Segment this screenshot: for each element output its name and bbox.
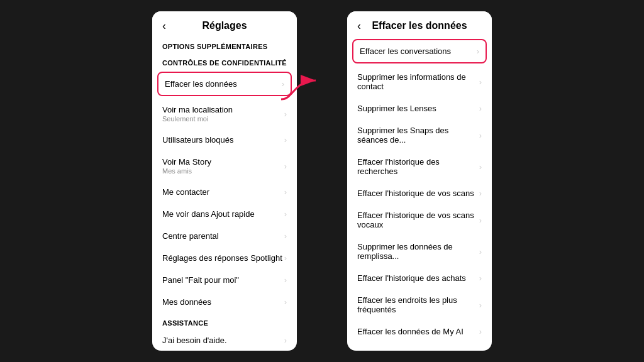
menu-item-left: J'ai besoin d'aide.	[162, 336, 227, 344]
menu-item-left: Supprimer les Lenses	[357, 104, 436, 113]
menu-item-label: Effacer l'historique de vos scans	[357, 189, 474, 198]
menu-item-contacter[interactable]: Me contacter ›	[152, 181, 297, 203]
right-menu-item-scans-vocaux[interactable]: Effacer l'historique de vos scans vocaux…	[347, 204, 492, 236]
menu-item-sublabel: Mes amis	[162, 167, 211, 175]
chevron-icon: ›	[479, 189, 482, 198]
right-menu-item-recherches[interactable]: Effacer l'historique des recherches ›	[347, 151, 492, 182]
right-title: Effacer les données	[372, 20, 467, 31]
menu-item-label: Voir ma localisation	[162, 105, 233, 114]
screens-container: ‹ Réglages OPTIONS SUPPLÉMENTAIRES CONTR…	[152, 11, 492, 351]
chevron-icon: ›	[479, 131, 482, 140]
chevron-icon: ›	[284, 109, 287, 119]
menu-item-label: Voir Ma Story	[162, 157, 211, 167]
menu-item-left: Effacer les endroits les plus fréquentés	[357, 295, 479, 314]
right-menu-item-contact[interactable]: Supprimer les informations de contact ›	[347, 66, 492, 97]
menu-item-label: J'ai besoin d'aide.	[162, 336, 227, 344]
menu-item-bloques[interactable]: Utilisateurs bloqués ›	[152, 129, 297, 151]
menu-item-label: Supprimer les données de remplissa...	[357, 242, 479, 261]
menu-item-label: Effacer l'historique des recherches	[357, 157, 479, 176]
chevron-icon: ›	[284, 187, 287, 197]
menu-item-ajout-rapide[interactable]: Me voir dans Ajout rapide ›	[152, 203, 297, 225]
menu-item-left: Mes données	[162, 297, 211, 307]
chevron-icon: ›	[284, 336, 287, 344]
chevron-icon: ›	[284, 135, 287, 145]
chevron-icon: ›	[284, 275, 287, 285]
menu-item-left: Effacer l'historique de vos scans vocaux	[357, 211, 479, 229]
section-title-options: OPTIONS SUPPLÉMENTAIRES	[152, 36, 297, 53]
left-screen: ‹ Réglages OPTIONS SUPPLÉMENTAIRES CONTR…	[152, 11, 297, 351]
section-title-privacy: CONTRÔLES DE CONFIDENTIALITÉ	[152, 53, 297, 69]
right-menu-item-scans[interactable]: Effacer l'historique de vos scans ›	[347, 182, 492, 204]
right-menu-item-remplissage[interactable]: Supprimer les données de remplissa... ›	[347, 236, 492, 267]
right-content: Effacer les conversations › Supprimer le…	[347, 36, 492, 344]
section-title-assistance: ASSISTANCE	[152, 313, 297, 329]
right-menu-item-achats[interactable]: Effacer l'historique des achats ›	[347, 267, 492, 289]
chevron-icon: ›	[479, 162, 482, 172]
menu-item-spotlight[interactable]: Réglages des réponses Spotlight ›	[152, 247, 297, 269]
left-title: Réglages	[202, 20, 247, 31]
right-header: ‹ Effacer les données	[347, 11, 492, 36]
left-content: OPTIONS SUPPLÉMENTAIRES CONTRÔLES DE CON…	[152, 36, 297, 344]
chevron-icon: ›	[477, 47, 479, 56]
menu-item-left: Me contacter	[162, 187, 209, 197]
menu-item-label: Supprimer les Lenses	[357, 104, 436, 113]
menu-item-label: Supprimer les Snaps des séances de...	[357, 126, 479, 145]
right-menu-item-cache[interactable]: Vider le cache 97.45MB ›	[347, 343, 492, 344]
right-menu-item-conversations[interactable]: Effacer les conversations ›	[352, 39, 487, 63]
menu-item-left: Utilisateurs bloqués	[162, 135, 233, 145]
menu-item-left: Effacer les données	[165, 79, 237, 89]
menu-item-label: Effacer les endroits les plus fréquentés	[357, 295, 479, 314]
right-menu-item-lenses[interactable]: Supprimer les Lenses ›	[347, 97, 492, 119]
right-menu-item-my-ai[interactable]: Effacer les données de My AI ›	[347, 321, 492, 343]
right-menu-item-endroits[interactable]: Effacer les endroits les plus fréquentés…	[347, 289, 492, 321]
chevron-icon: ›	[479, 77, 482, 87]
menu-item-label: Effacer l'historique des achats	[357, 273, 466, 283]
menu-item-left: Effacer les données de My AI	[357, 327, 464, 336]
chevron-icon: ›	[479, 300, 482, 310]
menu-item-label: Centre parental	[162, 231, 219, 241]
menu-item-left: Effacer l'historique de vos scans	[357, 189, 474, 198]
menu-item-left: Effacer l'historique des recherches	[357, 157, 479, 176]
menu-item-label: Supprimer les informations de contact	[357, 72, 479, 91]
menu-item-label: Me contacter	[162, 187, 209, 197]
menu-item-localisation[interactable]: Voir ma localisation Seulement moi ›	[152, 99, 297, 129]
menu-item-left: Supprimer les données de remplissa...	[357, 242, 479, 261]
right-menu-item-snaps[interactable]: Supprimer les Snaps des séances de... ›	[347, 119, 492, 151]
chevron-icon: ›	[284, 231, 287, 241]
chevron-icon: ›	[479, 216, 482, 225]
chevron-icon: ›	[284, 209, 287, 219]
menu-item-left: Voir ma localisation Seulement moi	[162, 105, 233, 123]
left-back-arrow[interactable]: ‹	[162, 19, 166, 33]
menu-item-label: Effacer les données de My AI	[357, 327, 464, 336]
chevron-icon: ›	[284, 297, 287, 307]
right-screen: ‹ Effacer les données Effacer les conver…	[347, 11, 492, 351]
menu-item-label: Utilisateurs bloqués	[162, 135, 233, 145]
menu-item-centre-parental[interactable]: Centre parental ›	[152, 225, 297, 247]
left-header: ‹ Réglages	[152, 11, 297, 36]
chevron-icon: ›	[479, 327, 482, 336]
menu-item-left: Me voir dans Ajout rapide	[162, 209, 255, 219]
chevron-icon: ›	[282, 79, 284, 89]
right-back-arrow[interactable]: ‹	[357, 19, 361, 33]
menu-item-story[interactable]: Voir Ma Story Mes amis ›	[152, 151, 297, 181]
menu-item-fait-pour-moi[interactable]: Panel "Fait pour moi" ›	[152, 269, 297, 291]
menu-item-label: Effacer les conversations	[360, 47, 451, 56]
menu-item-left: Voir Ma Story Mes amis	[162, 157, 211, 175]
menu-item-label: Mes données	[162, 297, 211, 307]
menu-item-label: Me voir dans Ajout rapide	[162, 209, 255, 219]
menu-item-left: Effacer l'historique des achats	[357, 273, 466, 283]
menu-item-aide[interactable]: J'ai besoin d'aide. ›	[152, 329, 297, 344]
menu-item-left: Effacer les conversations	[360, 47, 451, 56]
menu-item-left: Réglages des réponses Spotlight	[162, 253, 282, 263]
menu-item-left: Centre parental	[162, 231, 219, 241]
menu-item-left: Supprimer les informations de contact	[357, 72, 479, 91]
chevron-icon: ›	[479, 273, 482, 283]
menu-item-label: Réglages des réponses Spotlight	[162, 253, 282, 263]
menu-item-effacer-donnees[interactable]: Effacer les données ›	[157, 72, 292, 96]
menu-item-label: Effacer les données	[165, 79, 237, 89]
chevron-icon: ›	[284, 162, 287, 171]
menu-item-mes-donnees[interactable]: Mes données ›	[152, 291, 297, 313]
menu-item-label: Effacer l'historique de vos scans vocaux	[357, 211, 479, 229]
menu-item-sublabel: Seulement moi	[162, 115, 233, 123]
menu-item-label: Panel "Fait pour moi"	[162, 275, 239, 285]
